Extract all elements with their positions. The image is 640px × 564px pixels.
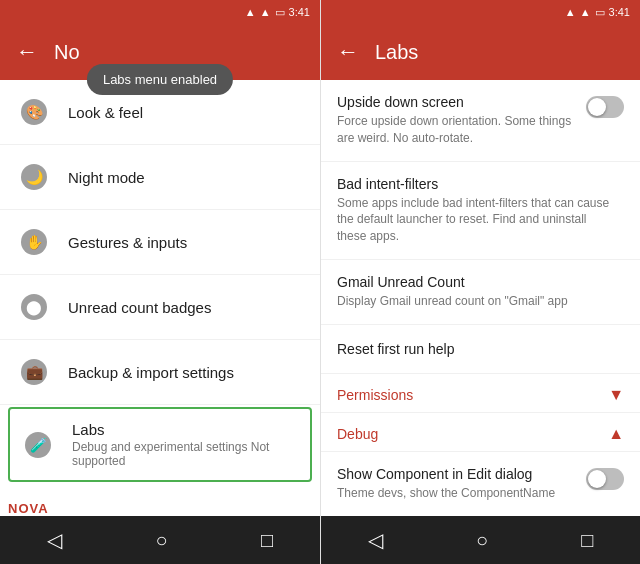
battery-icon: ▭ [275, 6, 285, 19]
backup-title: Backup & import settings [68, 364, 304, 381]
menu-item-backup[interactable]: 💼 Backup & import settings [0, 340, 320, 405]
time-left: 3:41 [289, 6, 310, 18]
look-feel-text: Look & feel [68, 104, 304, 121]
flask-icon: 🧪 [25, 432, 51, 458]
right-battery-icon: ▭ [595, 6, 605, 19]
gmail-unread-title: Gmail Unread Count [337, 274, 616, 290]
upside-down-title: Upside down screen [337, 94, 578, 110]
right-status-icons: ▲ ▲ ▭ 3:41 [565, 6, 630, 19]
toast-message: Labs menu enabled [87, 64, 233, 95]
debug-title: Debug [337, 426, 378, 442]
unread-text: Unread count badges [68, 299, 304, 316]
show-component-desc: Theme devs, show the ComponentName [337, 485, 578, 502]
gmail-unread-text: Gmail Unread Count Display Gmail unread … [337, 274, 624, 310]
right-recent-nav[interactable]: □ [581, 529, 593, 552]
wifi-icon: ▲ [245, 6, 256, 18]
moon-icon-wrap: 🌙 [16, 159, 52, 195]
left-menu-list: 🎨 Look & feel 🌙 Night mode ✋ Gestures & … [0, 80, 320, 516]
night-mode-title: Night mode [68, 169, 304, 186]
show-component-title: Show Component in Edit dialog [337, 466, 578, 482]
setting-gmail-unread[interactable]: Gmail Unread Count Display Gmail unread … [321, 260, 640, 325]
left-page-title: No [54, 41, 80, 64]
left-recent-nav[interactable]: □ [261, 529, 273, 552]
gmail-unread-desc: Display Gmail unread count on "Gmail" ap… [337, 293, 616, 310]
palette-icon-wrap: 🎨 [16, 94, 52, 130]
unread-title: Unread count badges [68, 299, 304, 316]
permissions-chevron-down-icon: ▼ [608, 386, 624, 404]
right-signal-icon: ▲ [580, 6, 591, 18]
left-status-bar: ▲ ▲ ▭ 3:41 [0, 0, 320, 24]
setting-reset-help[interactable]: Reset first run help [321, 325, 640, 374]
section-permissions[interactable]: Permissions ▼ [321, 374, 640, 413]
reset-help-label: Reset first run help [337, 341, 624, 357]
setting-show-component[interactable]: Show Component in Edit dialog Theme devs… [321, 452, 640, 516]
right-nav-bar: ◁ ○ □ [321, 516, 640, 564]
labs-settings-list: Upside down screen Force upside down ori… [321, 80, 640, 516]
moon-icon: 🌙 [21, 164, 47, 190]
left-back-nav[interactable]: ◁ [47, 528, 62, 552]
unread-icon: ⬤ [21, 294, 47, 320]
right-status-bar: ▲ ▲ ▭ 3:41 [321, 0, 640, 24]
upside-down-desc: Force upside down orientation. Some thin… [337, 113, 578, 147]
unread-icon-wrap: ⬤ [16, 289, 52, 325]
show-component-text: Show Component in Edit dialog Theme devs… [337, 466, 586, 502]
upside-down-toggle[interactable] [586, 96, 624, 118]
menu-item-gestures[interactable]: ✋ Gestures & inputs [0, 210, 320, 275]
section-debug[interactable]: Debug ▲ [321, 413, 640, 452]
bad-intent-desc: Some apps include bad intent-filters tha… [337, 195, 616, 245]
bad-intent-title: Bad intent-filters [337, 176, 616, 192]
gestures-text: Gestures & inputs [68, 234, 304, 251]
time-right: 3:41 [609, 6, 630, 18]
labs-title: Labs [72, 421, 300, 438]
right-back-button[interactable]: ← [337, 39, 359, 65]
menu-item-unread-badges[interactable]: ⬤ Unread count badges [0, 275, 320, 340]
flask-icon-wrap: 🧪 [20, 427, 56, 463]
look-feel-title: Look & feel [68, 104, 304, 121]
left-panel: ▲ ▲ ▭ 3:41 ← No Labs menu enabled 🎨 Look… [0, 0, 320, 564]
menu-item-night-mode[interactable]: 🌙 Night mode [0, 145, 320, 210]
left-nav-bar: ◁ ○ □ [0, 516, 320, 564]
right-wifi-icon: ▲ [565, 6, 576, 18]
right-home-nav[interactable]: ○ [476, 529, 488, 552]
left-status-icons: ▲ ▲ ▭ 3:41 [245, 6, 310, 19]
menu-item-labs[interactable]: 🧪 Labs Debug and experimental settings N… [8, 407, 312, 482]
backup-icon-wrap: 💼 [16, 354, 52, 390]
right-header: ← Labs [321, 24, 640, 80]
signal-icon: ▲ [260, 6, 271, 18]
backup-text: Backup & import settings [68, 364, 304, 381]
gesture-icon: ✋ [21, 229, 47, 255]
palette-icon: 🎨 [21, 99, 47, 125]
debug-chevron-up-icon: ▲ [608, 425, 624, 443]
labs-subtitle: Debug and experimental settings Not supp… [72, 440, 300, 468]
permissions-title: Permissions [337, 387, 413, 403]
gestures-title: Gestures & inputs [68, 234, 304, 251]
nova-label: NOVA [8, 501, 49, 516]
setting-bad-intent[interactable]: Bad intent-filters Some apps include bad… [321, 162, 640, 260]
night-mode-text: Night mode [68, 169, 304, 186]
right-back-nav[interactable]: ◁ [368, 528, 383, 552]
bad-intent-text: Bad intent-filters Some apps include bad… [337, 176, 624, 245]
left-back-button[interactable]: ← [16, 39, 38, 65]
right-panel: ▲ ▲ ▭ 3:41 ← Labs Upside down screen For… [320, 0, 640, 564]
gesture-icon-wrap: ✋ [16, 224, 52, 260]
right-page-title: Labs [375, 41, 418, 64]
setting-upside-down[interactable]: Upside down screen Force upside down ori… [321, 80, 640, 162]
upside-down-text: Upside down screen Force upside down ori… [337, 94, 586, 147]
backup-icon: 💼 [21, 359, 47, 385]
show-component-toggle[interactable] [586, 468, 624, 490]
labs-text: Labs Debug and experimental settings Not… [72, 421, 300, 468]
left-home-nav[interactable]: ○ [155, 529, 167, 552]
